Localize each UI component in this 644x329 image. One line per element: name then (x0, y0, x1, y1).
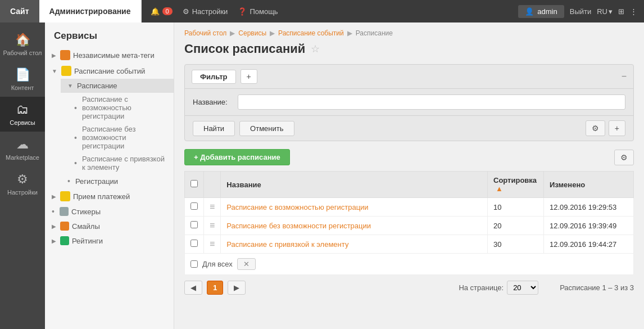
top-bar-right: 👤 admin Выйти RU ▾ ⊞ ⋮ (511, 5, 644, 18)
row-sort-cell: 30 (488, 235, 544, 254)
sidebar-item-content[interactable]: 📄 Контент (0, 62, 45, 97)
filter-right-buttons: ⚙ + (586, 120, 625, 136)
chevron-down-icon: ▾ (609, 7, 613, 16)
filter-gear-btn[interactable]: ⚙ (586, 120, 605, 136)
filter-body: Название: (185, 89, 633, 115)
nav-item-schedule-noreg[interactable]: • Расписание без возможности регистрации (74, 123, 174, 152)
payments-label: Прием платежей (73, 192, 130, 201)
breadcrumb-current: Расписание (356, 29, 393, 37)
cancel-button[interactable]: Отменить (239, 121, 294, 136)
nav-item-event-schedule[interactable]: ▼ Расписание событий (45, 63, 174, 79)
breadcrumb-event-schedule[interactable]: Расписание событий (278, 29, 344, 37)
smiles-label: Смайлы (72, 222, 100, 231)
nav-item-smiles[interactable]: ▶ Смайлы (45, 219, 174, 233)
sidebar-item-settings[interactable]: ⚙ Настройки (0, 166, 45, 201)
next-page-btn[interactable]: ▶ (228, 281, 246, 295)
row-changed-cell: 12.09.2016 19:39:49 (544, 217, 634, 235)
row-checkbox-cell (185, 198, 204, 217)
nav-item-meta-tags[interactable]: ▶ Независимые мета-теги (45, 47, 174, 63)
row-name-link[interactable]: Расписание без возможности регистрации (226, 222, 371, 230)
row-handle-cell: ≡ (204, 198, 221, 217)
arrow-right-icon-2: ▶ (52, 193, 56, 200)
breadcrumb-dashboard[interactable]: Рабочий стол (184, 29, 226, 37)
grid-icon[interactable]: ⊞ (618, 7, 624, 16)
site-tab[interactable]: Сайт (0, 0, 39, 22)
settings-icon: ⚙ (183, 7, 189, 16)
notifications-btn[interactable]: 🔔 0 (151, 7, 173, 16)
dot-icon-5: • (52, 207, 55, 216)
drag-handle-icon[interactable]: ≡ (210, 220, 215, 230)
row-handle-cell: ≡ (204, 217, 221, 235)
lang-btn[interactable]: RU ▾ (597, 7, 613, 16)
breadcrumb-services[interactable]: Сервисы (238, 29, 266, 37)
filter-plus-btn[interactable]: + (609, 120, 625, 136)
select-all-checkbox[interactable] (191, 180, 198, 187)
content-icon: 📄 (15, 67, 30, 82)
dot-icon-4: • (67, 177, 70, 186)
notifications-badge: 0 (162, 7, 173, 15)
row-checkbox[interactable] (191, 221, 198, 228)
arrow-right-icon-4: ▶ (52, 238, 56, 244)
sep-1: ▶ (230, 29, 235, 37)
nav-item-schedule[interactable]: ▼ Расписание (61, 79, 174, 93)
row-checkbox[interactable] (191, 240, 198, 247)
row-name-cell: Расписание без возможности регистрации (221, 217, 488, 235)
schedule-label: Расписание (77, 82, 117, 90)
prev-page-btn[interactable]: ◀ (184, 281, 202, 295)
page-title-row: Список расписаний ☆ (184, 42, 634, 56)
row-name-link[interactable]: Расписание с возможностью регистрации (226, 203, 368, 211)
nav-item-payments[interactable]: ▶ Прием платежей (45, 188, 174, 204)
settings-nav-label: Настройки (192, 7, 228, 16)
filter-add-btn[interactable]: + (241, 69, 257, 84)
row-sort-cell: 20 (488, 217, 544, 235)
extra-icon[interactable]: ⋮ (630, 7, 637, 16)
table-row: ≡ Расписание без возможности регистрации… (185, 217, 634, 235)
drag-handle-icon[interactable]: ≡ (210, 202, 215, 211)
row-checkbox[interactable] (191, 202, 198, 210)
admin-username: admin (537, 7, 557, 16)
bell-icon: 🔔 (151, 7, 160, 16)
footer-label: Для всех (202, 260, 233, 268)
admin-tab[interactable]: Администрирование (39, 0, 142, 22)
filter-collapse-btn[interactable]: − (622, 71, 627, 82)
add-schedule-btn[interactable]: + Добавить расписание (184, 149, 290, 165)
table-row: ≡ Расписание с возможностью регистрации … (185, 198, 634, 217)
filter-name-input[interactable] (238, 94, 625, 110)
admin-user-btn[interactable]: 👤 admin (518, 5, 564, 18)
meta-tags-label: Независимые мета-теги (73, 51, 155, 60)
nav-item-schedule-elem[interactable]: • Расписание с привязкой к элементу (74, 152, 174, 174)
drag-handle-icon[interactable]: ≡ (210, 239, 215, 249)
filter-name-label: Название: (193, 98, 232, 106)
main-layout: 🏠 Рабочий стол 📄 Контент 🗂 Сервисы ☁ Mar… (0, 22, 644, 329)
meta-tags-icon (60, 50, 70, 60)
per-page-select[interactable]: 20 50 100 (507, 281, 538, 295)
footer-x-btn[interactable]: ✕ (237, 258, 256, 270)
nav-item-registrations[interactable]: • Регистрации (61, 174, 174, 188)
user-icon: 👤 (525, 7, 534, 16)
sidebar-item-services[interactable]: 🗂 Сервисы (0, 97, 45, 132)
left-sidebar: 🏠 Рабочий стол 📄 Контент 🗂 Сервисы ☁ Mar… (0, 22, 45, 329)
settings-nav-btn[interactable]: ⚙ Настройки (183, 7, 228, 16)
find-button[interactable]: Найти (193, 121, 235, 136)
per-page-selector: На странице: 20 50 100 (459, 281, 538, 295)
row-checkbox-cell (185, 217, 204, 235)
filter-tab[interactable]: Фильтр (192, 70, 236, 84)
nav-item-schedule-reg[interactable]: • Расписание с возможностью регистрации (74, 93, 174, 123)
col-header-name: Название (221, 172, 488, 198)
footer-checkbox[interactable] (191, 260, 198, 268)
toolbar-gear-btn[interactable]: ⚙ (614, 150, 634, 165)
logout-btn[interactable]: Выйти (570, 7, 592, 16)
sidebar-dashboard-label: Рабочий стол (3, 49, 42, 56)
table-row: ≡ Расписание с привязкой к элементу 30 1… (185, 235, 634, 254)
nav-item-ratings[interactable]: ▶ Рейтинги (45, 233, 174, 248)
current-page-btn[interactable]: 1 (207, 281, 223, 295)
sidebar-item-dashboard[interactable]: 🏠 Рабочий стол (0, 27, 45, 62)
col-header-sort[interactable]: Сортировка ▲ (488, 172, 544, 198)
favorite-star-icon[interactable]: ☆ (311, 43, 320, 55)
pagination-bar: ◀ 1 ▶ На странице: 20 50 100 Расписание … (184, 275, 634, 300)
sep-3: ▶ (347, 29, 352, 37)
nav-item-stickers[interactable]: • Стикеры (45, 204, 174, 219)
help-btn[interactable]: ❓ Помощь (238, 7, 278, 16)
row-name-link[interactable]: Расписание с привязкой к элементу (226, 240, 348, 249)
sidebar-item-marketplace[interactable]: ☁ Marketplace (0, 132, 45, 166)
